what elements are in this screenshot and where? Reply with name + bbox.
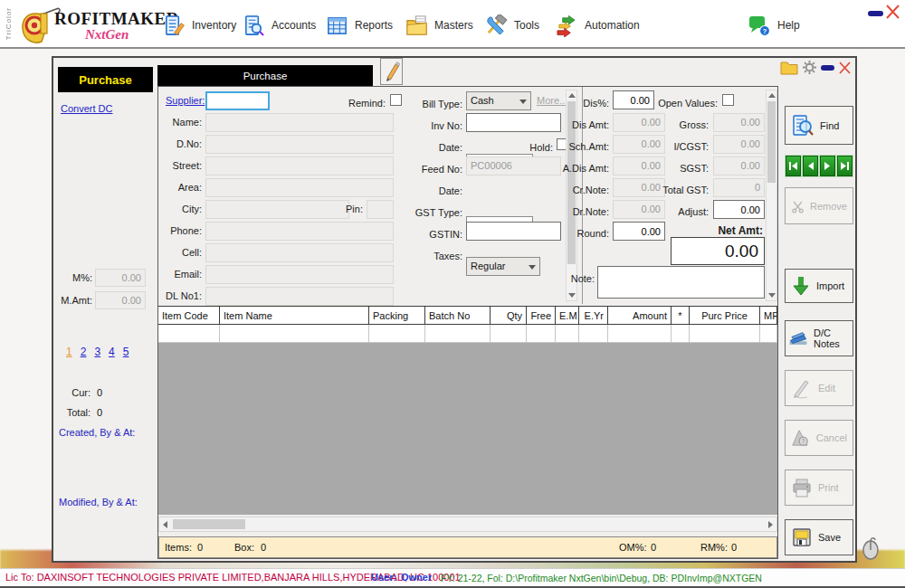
print-button-label: Print: [818, 482, 839, 493]
m-pct-label: M%:: [58, 269, 92, 287]
edit-note-button[interactable]: [380, 58, 403, 85]
cell-purc-price[interactable]: [690, 325, 760, 343]
import-button[interactable]: Import: [785, 269, 853, 303]
menu-reports[interactable]: Reports: [326, 13, 393, 38]
convert-dc-link[interactable]: Convert DC: [61, 103, 112, 114]
svg-text:?: ?: [763, 27, 767, 35]
menu-masters[interactable]: Masters: [405, 13, 473, 38]
gross-field: 0.00: [713, 113, 765, 132]
total-gst-label: Total GST:: [647, 181, 709, 199]
col-eyr: E.Yr: [579, 307, 608, 324]
area-field: [205, 178, 394, 197]
table-h-scrollbar[interactable]: [158, 517, 777, 532]
m-amt-field: 0.00: [95, 291, 146, 309]
find-button[interactable]: Find: [785, 106, 853, 145]
cell-free[interactable]: [527, 325, 556, 343]
gear-icon[interactable]: [802, 60, 817, 75]
sgst-field: 0.00: [713, 156, 765, 175]
save-button[interactable]: Save: [785, 519, 853, 555]
cell-star[interactable]: [672, 325, 690, 343]
page-link-3[interactable]: 3: [94, 346, 100, 358]
app-minimize-icon[interactable]: [868, 11, 883, 16]
nav-next-button[interactable]: [820, 156, 835, 176]
box-count-value: 0: [261, 542, 266, 553]
dc-notes-button-label: D/C Notes: [814, 327, 850, 349]
gst-type-value: Regular: [471, 261, 506, 271]
items-table-header: Item Code Item Name Packing Batch No Qty…: [158, 306, 777, 325]
supplier-link[interactable]: Supplier:: [166, 95, 205, 106]
cell-batch-no[interactable]: [425, 325, 491, 343]
pen-icon: [384, 61, 400, 82]
supplier-input[interactable]: [205, 91, 270, 110]
m-pct-field: 0.00: [95, 269, 146, 287]
menu-accounts[interactable]: Accounts: [243, 13, 316, 38]
total-gst-field: 0: [713, 178, 765, 197]
cell-packing[interactable]: [369, 325, 425, 343]
open-values-checkbox[interactable]: [722, 94, 734, 106]
cell-label: Cell:: [158, 243, 202, 261]
cell-item-code[interactable]: [158, 325, 220, 343]
cell-amount[interactable]: [608, 325, 672, 343]
masters-icon: [405, 14, 428, 37]
folder-icon[interactable]: [780, 61, 798, 75]
dc-notes-button[interactable]: D/C Notes: [785, 320, 853, 356]
purchase-tab[interactable]: Purchase: [157, 65, 373, 86]
round-label: Round:: [548, 224, 609, 242]
nav-prev-button[interactable]: [803, 156, 818, 176]
round-input[interactable]: [613, 222, 665, 241]
bill-type-value: Cash: [471, 95, 494, 106]
edit-pen-icon: [791, 377, 813, 399]
adjust-input[interactable]: [713, 200, 765, 219]
menu-tools[interactable]: Tools: [485, 13, 539, 38]
taxes-label: Taxes:: [390, 247, 462, 265]
panel-close-icon[interactable]: [837, 60, 853, 76]
email-label: Email:: [158, 265, 202, 283]
cancel-cone-icon: ?: [791, 427, 811, 449]
icgst-label: I/CGST:: [647, 138, 709, 156]
panel-minimize-icon[interactable]: [821, 65, 834, 71]
dis-pct-label: Dis%:: [548, 94, 609, 112]
open-values-label: Open Values:: [649, 94, 718, 112]
menu-automation[interactable]: Automation: [556, 13, 640, 38]
date2-label: Date:: [390, 182, 462, 200]
sgst-label: SGST:: [647, 159, 709, 177]
import-arrow-icon: [791, 275, 811, 297]
cell-mrp[interactable]: [760, 325, 777, 343]
nav-last-button[interactable]: [837, 156, 853, 176]
menu-inventory[interactable]: Inventory: [163, 13, 236, 38]
table-entry-row[interactable]: [158, 325, 777, 343]
name-label: Name:: [158, 113, 202, 131]
tools-icon: [485, 14, 508, 37]
nav-first-button[interactable]: [786, 156, 801, 176]
adis-amt-label: A.Dis Amt:: [548, 159, 609, 177]
gst-type-select[interactable]: Regular: [466, 257, 540, 276]
menu-help[interactable]: ? Help: [748, 13, 800, 38]
note-textarea[interactable]: [597, 266, 765, 299]
bill-type-select[interactable]: Cash: [466, 91, 531, 110]
find-button-label: Find: [820, 120, 839, 131]
phone-label: Phone:: [158, 222, 202, 240]
page-link-2[interactable]: 2: [81, 346, 87, 358]
created-by-label: Created, By & At:: [59, 427, 135, 438]
cell-em[interactable]: [556, 325, 579, 343]
cell-eyr[interactable]: [579, 325, 608, 343]
gst-type-label: GST Type:: [390, 204, 462, 222]
app-logo: TriColor ROFITMAKER NxtGen: [2, 2, 160, 47]
dl-no1-field: [205, 287, 394, 306]
cur-label: Cur:: [65, 384, 90, 402]
automation-icon: [556, 14, 578, 37]
cell-item-name[interactable]: [220, 325, 369, 343]
area-label: Area:: [158, 178, 202, 196]
save-floppy-icon: [791, 526, 813, 548]
app-close-icon[interactable]: [884, 3, 901, 21]
gross-label: Gross:: [647, 116, 709, 134]
cell-qty[interactable]: [491, 325, 527, 343]
page-link-4[interactable]: 4: [109, 346, 115, 358]
form-right-scrollbar[interactable]: [766, 90, 777, 301]
menu-reports-label: Reports: [355, 19, 393, 32]
sidebar-title: Purchase: [58, 67, 153, 92]
page-link-1[interactable]: 1: [66, 346, 72, 358]
menu-automation-label: Automation: [585, 19, 640, 32]
menu-tools-label: Tools: [514, 19, 539, 32]
page-link-5[interactable]: 5: [123, 346, 129, 358]
